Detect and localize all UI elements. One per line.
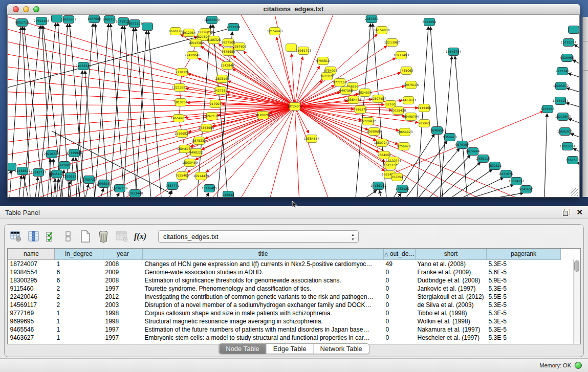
graph-node-label: 3824534 [358, 91, 372, 94]
graph-node-label: 14463627 [401, 98, 417, 102]
table-cell: 19384554 [8, 268, 55, 276]
graph-node-label: 9875685 [222, 50, 235, 53]
column-header-title[interactable]: title [143, 249, 384, 259]
table-panel-title: Table Panel [5, 209, 40, 216]
graph-edge [398, 193, 401, 197]
network-view-window[interactable]: citations_edges.txt 90557142769140610653… [7, 4, 580, 197]
table-row[interactable]: 1938455462009Genome-wide association stu… [8, 268, 575, 276]
graph-node[interactable] [286, 44, 297, 52]
table-cell: 9777169 [8, 309, 55, 317]
graph-edge [8, 171, 13, 173]
graph-edge [568, 73, 579, 78]
table-row[interactable]: 1456911722003Disruption of a novel membe… [8, 301, 575, 309]
graph-node-label: 15692971 [557, 129, 573, 133]
graph-node-label: 16671358 [127, 21, 143, 25]
graph-node-label: 8660128 [169, 29, 183, 33]
column-header-year[interactable]: year [103, 249, 143, 259]
tab-edge-table[interactable]: Edge Table [266, 344, 313, 354]
tab-network-table[interactable]: Network Table [313, 344, 369, 354]
column-header-pagerank[interactable]: pagerank [487, 249, 561, 259]
new-document-icon[interactable] [79, 230, 92, 243]
table-cell: 5.3E-5 [487, 285, 561, 293]
graph-edge [567, 88, 579, 93]
column-header-name[interactable]: name [8, 249, 55, 259]
table-row[interactable]: 977716911998Corpus callosum shape and si… [8, 309, 575, 317]
select-all-checklist-icon[interactable] [46, 230, 57, 243]
node-table-panel: f(x) citations_edges.txt ▲▼ namein_degre… [4, 224, 584, 357]
column-header-out_de[interactable]: △out_de… [384, 249, 416, 259]
table-row[interactable]: 1872400712008Changes of HCN gene express… [8, 259, 575, 268]
graph-node-label: 22420046 [185, 53, 201, 57]
graph-edge [573, 60, 579, 65]
table-cell: Genome-wide association studies in ADHD. [143, 268, 384, 276]
background-window-sliver [582, 17, 588, 197]
graph-node-label: 1733426 [396, 187, 409, 190]
unselect-rows-icon[interactable] [62, 230, 74, 243]
graph-node-label: 7625402 [176, 173, 189, 177]
window-resize-grip[interactable] [571, 188, 578, 196]
graph-node[interactable] [142, 23, 153, 31]
graph-node-label: 9777169 [333, 80, 347, 84]
graph-node-label: 9756928 [397, 144, 411, 148]
column-header-in_degree[interactable]: in_degree [55, 249, 103, 259]
graph-node[interactable] [569, 26, 579, 34]
table-row[interactable]: 911546021997Tourette syndrome. Phenomeno… [8, 285, 575, 293]
graph-edge [198, 58, 295, 106]
float-panel-icon[interactable] [563, 209, 570, 216]
table-cell: 5.9E-5 [487, 276, 561, 285]
graph-node-label: 16782759 [112, 186, 128, 190]
window-title: citations_edges.txt [7, 4, 580, 14]
close-panel-icon[interactable]: ✕ [576, 209, 583, 216]
table-cell: 1 [55, 259, 103, 268]
table-scrollbar-thumb[interactable] [574, 260, 579, 272]
table-row[interactable]: 1830029562008Estimation of significance … [8, 276, 575, 285]
table-cell: 9699695 [8, 317, 55, 325]
table-cell: Estimation of the future numbers of pati… [143, 325, 384, 334]
table-cell: Tourette syndrome. Phenomenology and cla… [143, 285, 384, 293]
table-cell: 14569117 [8, 301, 55, 309]
network-canvas[interactable]: 9055714276914061065328715276026466163107… [7, 15, 580, 198]
table-cell-filler [561, 276, 575, 285]
table-cell: 2008 [103, 259, 143, 268]
graph-node-label: 16039459 [182, 161, 198, 164]
table-settings-icon[interactable] [10, 230, 22, 243]
table-cell: 9465546 [8, 325, 55, 334]
graph-edge [574, 45, 579, 50]
graph-node-label: 1615152 [384, 163, 398, 167]
window-titlebar[interactable]: citations_edges.txt [7, 4, 580, 15]
dropdown-spinner-icon: ▲▼ [351, 232, 355, 242]
tab-node-table[interactable]: Node Table [219, 344, 266, 354]
graph-edge [366, 190, 377, 197]
table-row[interactable]: 946554611997Estimation of the future num… [8, 325, 575, 334]
table-cell: Embryonic stem cells: a model to study s… [143, 334, 384, 342]
graph-node-label: 2718126 [176, 70, 189, 74]
function-builder-icon[interactable]: f(x) [134, 230, 146, 243]
table-scrollbar[interactable] [573, 259, 580, 344]
column-visibility-icon[interactable] [28, 230, 40, 243]
table-row[interactable]: 969969511998Structural magnetic resonanc… [8, 317, 575, 325]
graph-edge [430, 27, 443, 197]
graph-node-label: 6497568 [339, 89, 353, 92]
memory-ok-indicator[interactable] [575, 362, 582, 369]
graph-node-label: 12213967 [384, 40, 400, 44]
minimize-window-button[interactable] [23, 6, 29, 12]
graph-node-label: 17359924 [67, 151, 82, 155]
table-cell: 5.3E-5 [487, 301, 561, 309]
network-graph[interactable]: 9055714276914061065328715276026466163107… [8, 15, 579, 197]
table-cell: Hescheler et al. (1997) [416, 334, 487, 342]
graph-node-label: 9498222 [189, 150, 203, 154]
table-row[interactable]: 946362711997Embryonic stem cells: a mode… [8, 334, 575, 342]
graph-node-label: 15716485 [202, 186, 217, 190]
table-cell: 49 [384, 259, 416, 268]
graph-edge [79, 24, 93, 197]
graph-node-label: 2935114 [476, 157, 490, 160]
graph-node-label: 7986372 [354, 107, 367, 111]
zoom-window-button[interactable] [33, 6, 39, 12]
table-cell: 0 [384, 268, 416, 276]
close-window-button[interactable] [13, 6, 19, 12]
table-selector-dropdown[interactable]: citations_edges.txt ▲▼ [158, 230, 359, 243]
table-row[interactable]: 2242004622012Investigating the contribut… [8, 293, 575, 301]
column-header-short[interactable]: short [416, 249, 487, 259]
graph-edge [295, 106, 489, 197]
delete-table-icon[interactable] [97, 230, 110, 243]
